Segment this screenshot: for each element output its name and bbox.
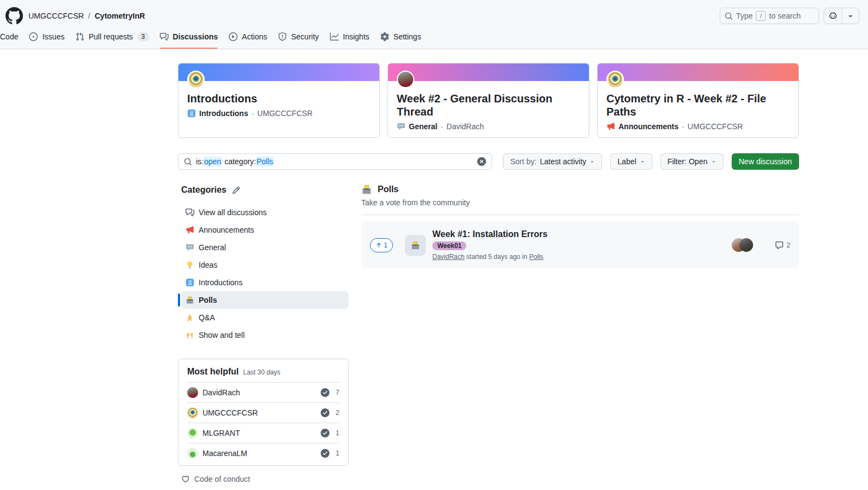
- category-item-show-and-tell[interactable]: Show and tell: [181, 326, 349, 344]
- tab-issues[interactable]: Issues: [25, 29, 68, 49]
- user-link[interactable]: MacarenaLM: [202, 449, 247, 458]
- category-item-view-all[interactable]: View all discussions: [181, 204, 349, 221]
- github-discussions-page: UMGCCCFCSR / CytometryInR Type / to sear…: [0, 0, 868, 490]
- raising-hands-icon: [186, 331, 194, 339]
- discussion-title-link[interactable]: Week #1: Installation Errors: [432, 229, 547, 239]
- input-numbers-icon: 1234: [187, 109, 196, 118]
- most-helpful-row: DavidRach 7: [187, 383, 339, 403]
- play-icon: [229, 32, 238, 41]
- category-item-polls[interactable]: Polls: [181, 291, 349, 309]
- featured-card-introductions[interactable]: Introductions 1234 Introductions · UMGCC…: [178, 63, 380, 138]
- featured-discussions: Introductions 1234 Introductions · UMGCC…: [178, 63, 799, 138]
- avatar: [187, 387, 198, 398]
- avatar: [397, 71, 414, 88]
- graph-icon: [330, 32, 339, 41]
- discussions-content: Introductions 1234 Introductions · UMGCC…: [178, 63, 799, 483]
- query-token-open: open: [204, 157, 222, 166]
- helpful-count: 1: [334, 429, 339, 437]
- tab-pull-requests[interactable]: Pull requests 3: [71, 29, 153, 49]
- most-helpful-row: MacarenaLM 1: [187, 443, 339, 463]
- avatar: [739, 238, 753, 252]
- search-placeholder-post: to search: [769, 11, 801, 20]
- user-link[interactable]: DavidRach: [202, 388, 240, 397]
- participant-avatars: [732, 238, 753, 252]
- tab-security[interactable]: Security: [274, 29, 323, 49]
- clear-search-button[interactable]: [477, 157, 486, 166]
- user-link[interactable]: UMGCCCFCSR: [202, 408, 258, 417]
- discussion-list-item[interactable]: 1 Week #1: Installation Errors Week01 Da…: [361, 222, 799, 268]
- author-link[interactable]: DavidRach: [432, 253, 465, 261]
- sort-button[interactable]: Sort by: Latest activity: [503, 153, 602, 170]
- new-discussion-button[interactable]: New discussion: [732, 153, 799, 170]
- upvote-button[interactable]: 1: [370, 238, 393, 252]
- tab-actions[interactable]: Actions: [224, 29, 271, 49]
- copilot-menu-button[interactable]: [842, 8, 859, 24]
- heart-icon: [181, 475, 190, 483]
- edit-categories-button[interactable]: [232, 186, 240, 194]
- comment-discussion-icon: [186, 208, 194, 217]
- speech-balloon-icon: [397, 122, 406, 131]
- card-gradient-band: [388, 64, 589, 81]
- ballot-box-icon: [410, 240, 420, 250]
- github-logo[interactable]: [5, 7, 23, 25]
- tab-code[interactable]: Code: [0, 29, 22, 49]
- card-author[interactable]: UMGCCCFCSR: [257, 109, 313, 118]
- label-week01[interactable]: Week01: [432, 241, 466, 250]
- copilot-chat-button[interactable]: [824, 8, 842, 24]
- breadcrumb-org[interactable]: UMGCCCFCSR: [28, 11, 84, 20]
- polls-section: Polls Take a vote from the community 1 W…: [361, 184, 799, 483]
- most-helpful-period: Last 30 days: [243, 368, 280, 376]
- featured-card-file-paths[interactable]: Cytometry in R - Week #2 - File Paths An…: [597, 63, 799, 138]
- avatar: [187, 428, 198, 439]
- slash-key-hint: /: [756, 11, 766, 21]
- category-link[interactable]: Polls: [529, 253, 543, 261]
- copilot-button[interactable]: [824, 8, 859, 24]
- category-item-ideas[interactable]: Ideas: [181, 256, 349, 274]
- breadcrumb-repo[interactable]: CytometryInR: [95, 11, 145, 20]
- category-item-introductions[interactable]: 1234 Introductions: [181, 274, 349, 291]
- chevron-down-icon: [846, 11, 855, 20]
- search-query: is:opencategory:Polls: [196, 157, 473, 166]
- global-search-input[interactable]: Type / to search: [720, 8, 819, 24]
- ballot-box-icon: [361, 184, 372, 195]
- category-list: View all discussions Announcements Gener…: [178, 204, 349, 344]
- check-circle-icon: [321, 449, 329, 458]
- header-top: UMGCCCFCSR / CytometryInR Type / to sear…: [0, 0, 868, 25]
- featured-card-week2-general[interactable]: Week #2 - General Discussion Thread Gene…: [387, 63, 589, 138]
- helpful-count: 1: [334, 449, 339, 457]
- category-item-announcements[interactable]: Announcements: [181, 221, 349, 239]
- avatar: [606, 71, 624, 88]
- megaphone-icon: [186, 226, 194, 234]
- toolbar: Sort by: Latest activity Label Filter: O…: [503, 153, 799, 170]
- tab-discussions[interactable]: Discussions: [155, 29, 222, 49]
- divider: [361, 215, 799, 215]
- categories-sidebar: Categories View all discussions Announce…: [178, 184, 349, 483]
- polls-section-subtitle: Take a vote from the community: [361, 198, 799, 207]
- card-category[interactable]: Announcements: [618, 122, 679, 131]
- card-author[interactable]: DavidRach: [447, 122, 484, 131]
- header-actions: Type / to search: [720, 8, 859, 24]
- user-link[interactable]: MLGRANT: [202, 429, 240, 437]
- comment-icon: [775, 241, 784, 250]
- svg-text:34: 34: [190, 113, 193, 117]
- card-author[interactable]: UMGCCCFCSR: [687, 122, 743, 131]
- most-helpful-row: UMGCCCFCSR 2: [187, 403, 339, 423]
- poll-category-badge: [405, 235, 426, 256]
- upvote-count: 1: [384, 241, 387, 249]
- avatar: [187, 407, 198, 418]
- label-button[interactable]: Label: [610, 153, 652, 170]
- category-item-qa[interactable]: Q&A: [181, 309, 349, 326]
- tab-insights[interactable]: Insights: [326, 29, 374, 49]
- card-category[interactable]: General: [409, 122, 437, 131]
- card-category[interactable]: Introductions: [199, 109, 248, 118]
- chevron-down-icon: [640, 159, 645, 164]
- pull-requests-count-badge: 3: [137, 32, 149, 41]
- code-of-conduct-link[interactable]: Code of conduct: [181, 475, 349, 483]
- avatar: [187, 71, 205, 88]
- polls-section-title: Polls: [378, 185, 398, 194]
- category-item-general[interactable]: General: [181, 239, 349, 256]
- filter-open-button[interactable]: Filter: Open: [661, 153, 724, 170]
- discussions-search-input[interactable]: is:opencategory:Polls: [178, 153, 492, 170]
- comments-link[interactable]: 2: [775, 241, 790, 250]
- tab-settings[interactable]: Settings: [376, 29, 426, 49]
